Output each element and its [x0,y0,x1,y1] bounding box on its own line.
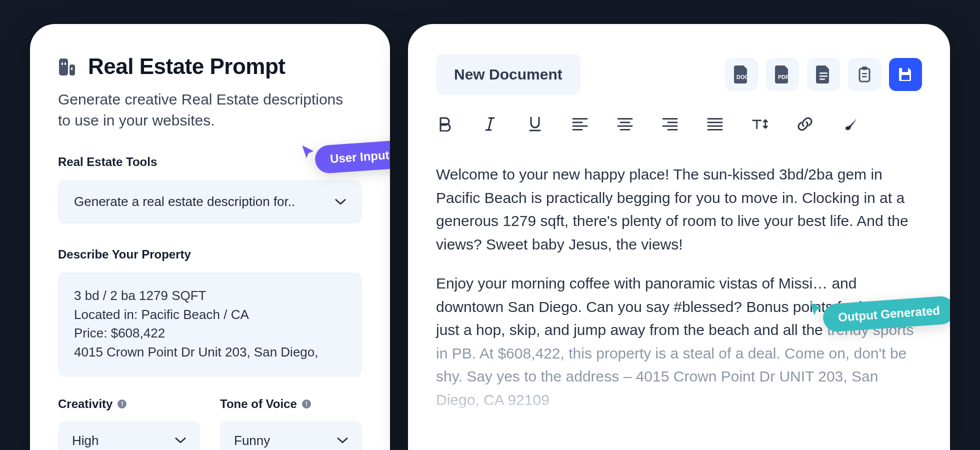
creativity-value: High [72,433,98,448]
chevron-down-icon [175,435,186,446]
align-justify-button[interactable] [706,115,724,133]
svg-rect-6 [820,76,828,77]
svg-rect-1 [70,64,75,76]
svg-rect-7 [820,78,825,80]
file-text-icon [816,66,831,84]
tools-label: Real Estate Tools [58,155,362,169]
tone-select[interactable]: Funny [220,421,362,450]
svg-rect-11 [862,76,867,78]
align-right-button[interactable] [661,115,679,133]
chevron-down-icon [335,196,346,208]
chevron-down-icon [337,435,348,446]
export-text-button[interactable] [807,58,840,91]
svg-rect-3 [64,62,66,65]
svg-rect-12 [902,68,908,72]
italic-button[interactable] [481,115,499,133]
brush-button[interactable] [841,115,859,133]
clipboard-icon [856,66,872,83]
export-pdf-button[interactable]: PDF [766,58,799,91]
save-button[interactable] [889,58,922,91]
copy-button[interactable] [848,58,881,91]
save-icon [898,66,914,82]
underline-button[interactable] [526,115,544,133]
prompt-panel: Real Estate Prompt Generate creative Rea… [30,24,390,450]
svg-rect-2 [62,62,63,65]
tone-value: Funny [234,433,270,448]
svg-rect-9 [862,66,867,70]
editor-toolbar [436,115,922,133]
file-pdf-icon: PDF [775,66,790,84]
svg-rect-10 [862,73,867,74]
tone-label: Tone of Voice [220,397,297,411]
align-left-button[interactable] [571,115,589,133]
text-size-button[interactable] [751,115,769,133]
svg-rect-13 [902,75,910,80]
panel-subtitle: Generate creative Real Estate descriptio… [58,89,348,131]
info-icon[interactable]: ! [302,400,311,408]
generated-text[interactable]: Welcome to your new happy place! The sun… [436,163,922,412]
describe-label: Describe Your Property [58,248,362,262]
buildings-icon [58,56,79,76]
link-button[interactable] [796,115,814,133]
export-doc-button[interactable]: DOC [725,58,758,91]
file-doc-icon: DOC [734,66,749,84]
property-textarea[interactable]: 3 bd / 2 ba 1279 SQFT Located in: Pacifi… [58,272,362,377]
svg-rect-4 [71,68,72,70]
creativity-select[interactable]: High [58,421,200,450]
tools-select-value: Generate a real estate description for.. [74,194,295,210]
panel-title: Real Estate Prompt [88,54,285,79]
editor-panel: New Document DOC PDF [408,24,950,450]
tools-select[interactable]: Generate a real estate description for.. [58,180,362,224]
svg-rect-8 [860,68,870,82]
generated-para-1: Welcome to your new happy place! The sun… [436,163,922,256]
align-center-button[interactable] [616,115,634,133]
bold-button[interactable] [436,115,454,133]
creativity-label: Creativity [58,397,112,411]
document-title[interactable]: New Document [436,54,580,95]
svg-rect-0 [59,58,68,76]
export-actions: DOC PDF [725,58,922,91]
generated-para-2: Enjoy your morning coffee with panoramic… [436,272,922,412]
info-icon[interactable]: ! [118,400,126,408]
svg-rect-5 [820,72,828,74]
